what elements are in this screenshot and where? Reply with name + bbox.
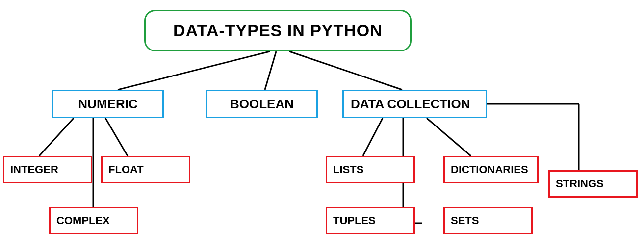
category-boolean-label: BOOLEAN bbox=[230, 97, 294, 112]
svg-line-4 bbox=[105, 118, 128, 156]
root-node-datatypes: DATA-TYPES IN PYTHON bbox=[144, 10, 412, 51]
leaf-integer: INTEGER bbox=[3, 156, 92, 183]
leaf-lists: LISTS bbox=[326, 156, 415, 183]
svg-line-7 bbox=[427, 118, 471, 156]
category-data-collection-label: DATA COLLECTION bbox=[351, 97, 470, 112]
leaf-tuples: TUPLES bbox=[326, 207, 415, 234]
leaf-tuples-label: TUPLES bbox=[333, 214, 376, 227]
root-title: DATA-TYPES IN PYTHON bbox=[173, 21, 383, 40]
leaf-sets-label: SETS bbox=[451, 214, 479, 227]
category-numeric-label: NUMERIC bbox=[78, 97, 137, 112]
leaf-complex-label: COMPLEX bbox=[56, 214, 110, 227]
svg-line-1 bbox=[265, 51, 276, 90]
leaf-sets: SETS bbox=[443, 207, 533, 234]
svg-line-2 bbox=[289, 51, 402, 90]
leaf-float: FLOAT bbox=[101, 156, 190, 183]
leaf-dictionaries: DICTIONARIES bbox=[443, 156, 539, 183]
leaf-integer-label: INTEGER bbox=[10, 163, 58, 176]
leaf-complex: COMPLEX bbox=[49, 207, 138, 234]
category-numeric: NUMERIC bbox=[52, 90, 164, 118]
category-data-collection: DATA COLLECTION bbox=[342, 90, 487, 118]
leaf-strings: STRINGS bbox=[548, 170, 638, 198]
leaf-lists-label: LISTS bbox=[333, 163, 363, 176]
category-boolean: BOOLEAN bbox=[206, 90, 318, 118]
svg-line-6 bbox=[363, 118, 383, 156]
leaf-strings-label: STRINGS bbox=[556, 177, 604, 190]
svg-line-3 bbox=[39, 118, 74, 156]
leaf-float-label: FLOAT bbox=[108, 163, 144, 176]
leaf-dictionaries-label: DICTIONARIES bbox=[451, 163, 528, 176]
svg-line-0 bbox=[118, 51, 270, 90]
